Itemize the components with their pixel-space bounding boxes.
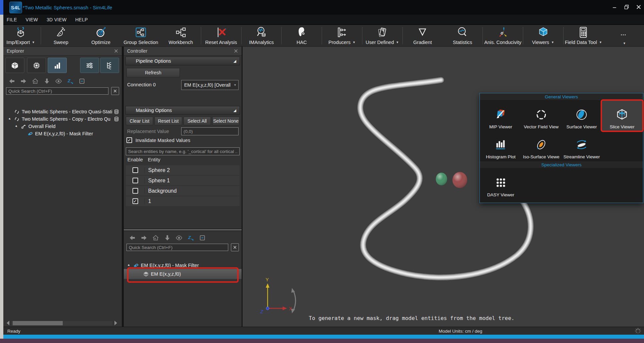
menubar: FILEVIEW3D VIEWHELP <box>0 15 644 25</box>
expander-spacer <box>137 272 140 276</box>
select-none-button[interactable]: Select None <box>212 117 240 125</box>
back-button[interactable] <box>128 234 136 241</box>
home-button[interactable] <box>31 77 39 85</box>
reset-list-button[interactable]: Reset List <box>154 117 182 125</box>
scrollbar-thumb[interactable] <box>13 321 63 325</box>
entity-enable-checkbox[interactable] <box>132 188 138 194</box>
entity-row-sphere-1[interactable]: Sphere 1 <box>126 176 240 185</box>
entity-row-background[interactable]: Background <box>126 186 240 196</box>
tree-item-two-metallic-spheres-copy-electro-qu[interactable]: ▼Two Metallic Spheres - Copy - Electro Q… <box>3 115 122 123</box>
toolbar-producers-button[interactable]: Producers▼ <box>322 25 362 46</box>
forward-button[interactable] <box>140 234 147 241</box>
controller-search-clear-button[interactable] <box>231 243 239 251</box>
viewer-vector-field-view[interactable]: Vector Field View <box>521 101 561 131</box>
entity-search-input[interactable] <box>126 147 240 155</box>
home-button[interactable] <box>152 234 159 241</box>
down-button[interactable] <box>43 77 50 85</box>
replacement-value-input[interactable] <box>181 127 239 135</box>
expander-icon[interactable]: ▼ <box>14 124 19 129</box>
tree-item-em-e-x-y-z-f0[interactable]: EM E(x,y,z,f0) <box>124 269 242 279</box>
scroll-right-icon[interactable] <box>114 321 117 325</box>
viewer-label: DASY Viewer <box>487 192 514 197</box>
toolbar-optimize-button[interactable]: Optimize <box>81 25 121 46</box>
refresh-button[interactable]: Refresh <box>126 68 180 77</box>
expander-icon[interactable]: ▼ <box>126 263 132 268</box>
field-icon <box>21 124 26 129</box>
pipeline-options-section[interactable]: Pipeline Options ◢ <box>125 57 240 65</box>
menu-file[interactable]: FILE <box>7 17 17 22</box>
clear-list-button[interactable]: Clear List <box>126 117 153 125</box>
toolbar-reset-analysis-button[interactable]: Reset Analysis <box>201 25 241 46</box>
explorer-nav-row: Z <box>8 77 85 85</box>
toolbar-workbench-button[interactable]: Workbench <box>161 25 201 46</box>
tree-item-em-e-x-y-z-f0-mask-filter[interactable]: ▼EM E(x,y,z,f0) - Mask Filter <box>124 262 242 269</box>
scroll-left-icon[interactable] <box>7 321 9 325</box>
select-all-button[interactable]: Select All <box>184 117 211 125</box>
expander-icon[interactable]: ▼ <box>7 116 13 122</box>
explorer-view-toggle-bars[interactable] <box>48 58 67 73</box>
box-button[interactable] <box>78 77 85 85</box>
toolbar-imp-export-button[interactable]: Imp/Export▼ <box>1 25 41 46</box>
toolbar-statistics-button[interactable]: Statistics <box>442 25 482 46</box>
explorer-search-clear-button[interactable] <box>111 87 119 95</box>
connection-select[interactable]: EM E(x,y,z,f0) [Overall ... ▼ <box>181 80 239 90</box>
entity-enable-checkbox[interactable] <box>132 178 138 183</box>
sphere-red[interactable] <box>452 172 467 188</box>
viewer-histogram-plot[interactable]: Histogram Plot <box>480 131 521 161</box>
entity-enable-checkbox[interactable] <box>132 167 138 173</box>
tree-item-two-metallic-spheres-electro-quasi-stati[interactable]: Two Metallic Spheres - Electro Quasi-Sta… <box>3 108 122 115</box>
toolbar-gradient-button[interactable]: Gradient <box>403 25 443 46</box>
toolbar-item-button[interactable]: ▼ <box>603 25 643 46</box>
explorer-view-toggle-sliders[interactable] <box>80 58 99 73</box>
down-button[interactable] <box>164 234 171 241</box>
minimize-button[interactable] <box>609 2 620 12</box>
viewer-mip-viewer[interactable]: MIP Viewer <box>480 101 521 131</box>
toolbar-hac-button[interactable]: HAC <box>282 25 322 46</box>
sphere-green[interactable] <box>436 173 447 185</box>
entity-name: Sphere 1 <box>145 178 170 184</box>
controller-search-input[interactable] <box>126 244 228 251</box>
controller-splitter[interactable] <box>124 229 242 231</box>
explorer-view-toggle-model[interactable] <box>5 58 24 73</box>
explorer-search-input[interactable] <box>6 87 108 95</box>
viewer-streamline-viewer[interactable]: Streamline Viewer <box>562 131 602 161</box>
entity-row-sphere-2[interactable]: Sphere 2 <box>126 165 240 175</box>
menu-view[interactable]: VIEW <box>26 17 38 22</box>
restore-button[interactable] <box>621 2 632 12</box>
explorer-view-toggle-chip[interactable] <box>27 58 46 73</box>
tree-item-overall-field[interactable]: ▼Overall Field <box>3 123 122 130</box>
controller-close-icon[interactable] <box>234 49 238 53</box>
explorer-close-icon[interactable] <box>114 49 118 53</box>
masking-options-section[interactable]: Masking Options ◢ <box>125 106 240 115</box>
explorer-scrollbar[interactable] <box>7 321 117 325</box>
viewer-surface-viewer[interactable]: Surface Viewer <box>562 101 602 131</box>
toolbar-field-data-tool-button[interactable]: Field Data Tool▼ <box>564 25 604 46</box>
viewer-slice-viewer[interactable]: Slice Viewer <box>602 101 642 131</box>
forward-button[interactable] <box>20 77 27 85</box>
entity-enable-checkbox[interactable]: ✓ <box>132 198 138 204</box>
viewer-dasy-viewer[interactable]: DASY Viewer <box>480 169 521 199</box>
z-button[interactable]: Z <box>187 234 194 241</box>
box-button[interactable] <box>199 234 206 241</box>
eye-button[interactable] <box>55 77 62 85</box>
back-button[interactable] <box>8 77 15 85</box>
explorer-view-toggle-treeview[interactable] <box>100 58 119 73</box>
viewer-iso-surface-viewe[interactable]: Iso-Surface Viewe <box>521 131 561 161</box>
z-button[interactable]: Z <box>66 77 74 85</box>
scrollbar-track[interactable] <box>11 321 112 325</box>
menu-3d-view[interactable]: 3D VIEW <box>47 17 67 22</box>
toolbar-user-defined-button[interactable]: User Defined▼ <box>362 25 402 46</box>
nav-home-icon <box>32 78 39 85</box>
toolbar-viewers-button[interactable]: Viewers▼ <box>523 25 563 46</box>
toolbar-anis-conducivity-button[interactable]: σAnis. Conducivity <box>483 25 523 46</box>
toolbar-group-selection-button[interactable]: Group Selection <box>121 25 161 46</box>
toolbar-sweep-button[interactable]: Sweep <box>41 25 81 46</box>
invalidate-masked-values-checkbox[interactable]: ✓ <box>126 137 132 143</box>
eye-button[interactable] <box>175 234 183 241</box>
tree-item-em-e-x-y-z-f0-mask-filter[interactable]: EM E(x,y,z,f0) - Mask Filter <box>3 130 122 137</box>
entity-row-1[interactable]: ✓1 <box>126 196 240 206</box>
close-button[interactable] <box>633 2 644 12</box>
viewers-section-header-specialized-viewers: Specialized Viewers <box>480 161 643 168</box>
toolbar-imanalytics-button[interactable]: IMAnalytics <box>242 25 282 46</box>
menu-help[interactable]: HELP <box>75 17 88 22</box>
